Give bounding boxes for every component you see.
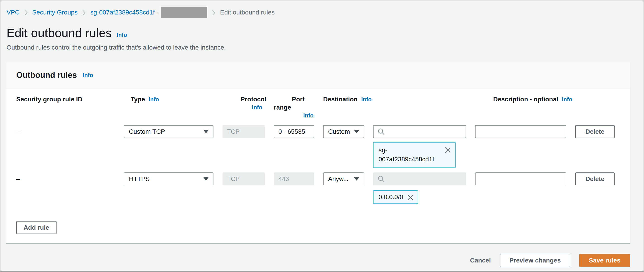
port-range-field	[274, 172, 314, 185]
breadcrumb: VPC Security Groups sg-007af2389c458cd1f…	[0, 1, 644, 18]
panel-info-link[interactable]: Info	[83, 72, 93, 79]
type-select[interactable]: Custom TCP	[124, 125, 214, 138]
port-range-info-link[interactable]: Info	[303, 112, 314, 119]
type-select[interactable]: HTTPS	[124, 172, 214, 185]
destination-search-input[interactable]	[373, 125, 466, 138]
protocol-field	[222, 125, 265, 138]
delete-rule-button[interactable]: Delete	[575, 172, 614, 185]
rule-row-2: – HTTPS Anyw... 0.0.0.0/0	[16, 172, 620, 204]
cancel-button[interactable]: Cancel	[470, 257, 491, 264]
search-icon	[378, 175, 385, 183]
destination-token: sg- 007af2389c458cd1f	[373, 142, 456, 168]
chevron-down-icon	[204, 177, 208, 181]
column-rule-id: Security group rule ID	[16, 95, 115, 103]
protocol-info-link[interactable]: Info	[252, 103, 265, 111]
column-type: TypeInfo	[131, 95, 214, 103]
destination-cell: 0.0.0.0/0	[373, 172, 466, 204]
search-icon	[378, 128, 385, 135]
add-rule-button[interactable]: Add rule	[16, 221, 56, 234]
rule-id-value: –	[16, 125, 115, 138]
breadcrumb-current: Edit outbound rules	[220, 9, 274, 16]
chevron-right-icon	[24, 9, 28, 16]
remove-token-icon[interactable]	[444, 146, 452, 154]
table-header-row: Security group rule ID TypeInfo Protocol…	[16, 95, 620, 119]
column-protocol: Protocol Info	[222, 95, 265, 111]
remove-token-icon[interactable]	[407, 194, 414, 201]
destination-token: 0.0.0.0/0	[373, 190, 418, 204]
column-description: Description - optionalInfo	[475, 95, 614, 103]
page-description: Outbound rules control the outgoing traf…	[6, 44, 644, 51]
description-input[interactable]	[475, 172, 566, 185]
rule-row-1: – Custom TCP Custom	[16, 125, 620, 168]
chevron-down-icon	[354, 177, 359, 181]
description-input[interactable]	[475, 125, 566, 138]
panel-title: Outbound rules	[16, 70, 77, 80]
protocol-field	[222, 172, 265, 185]
delete-rule-button[interactable]: Delete	[575, 125, 614, 138]
port-range-input[interactable]	[274, 125, 314, 138]
redacted-group-name	[161, 7, 207, 18]
breadcrumb-vpc[interactable]: VPC	[6, 9, 20, 16]
preview-changes-button[interactable]: Preview changes	[500, 254, 570, 267]
page-title: Edit outbound rules	[6, 26, 112, 40]
rule-id-value: –	[16, 172, 115, 185]
breadcrumb-security-groups[interactable]: Security Groups	[32, 9, 78, 16]
destination-cell: sg- 007af2389c458cd1f	[373, 125, 466, 168]
destination-type-select[interactable]: Custom	[323, 125, 364, 138]
chevron-down-icon	[354, 130, 359, 133]
column-destination: DestinationInfo	[323, 95, 466, 103]
column-port-range: Port range Info	[274, 95, 314, 119]
destination-info-link[interactable]: Info	[361, 96, 372, 103]
chevron-right-icon	[82, 9, 86, 16]
panel-header: Outbound rules Info	[6, 62, 630, 89]
save-rules-button[interactable]: Save rules	[579, 254, 630, 267]
page-title-info-link[interactable]: Info	[117, 32, 127, 38]
outbound-rules-panel: Outbound rules Info Security group rule …	[6, 62, 630, 244]
chevron-right-icon	[212, 9, 216, 16]
chevron-down-icon	[204, 130, 208, 133]
footer-actions: Cancel Preview changes Save rules	[0, 254, 630, 267]
type-info-link[interactable]: Info	[148, 96, 159, 103]
breadcrumb-security-group-id[interactable]: sg-007af2389c458cd1f -	[90, 9, 158, 16]
destination-type-select[interactable]: Anyw...	[323, 172, 364, 185]
destination-search-input	[373, 172, 466, 185]
description-info-link[interactable]: Info	[562, 96, 572, 103]
